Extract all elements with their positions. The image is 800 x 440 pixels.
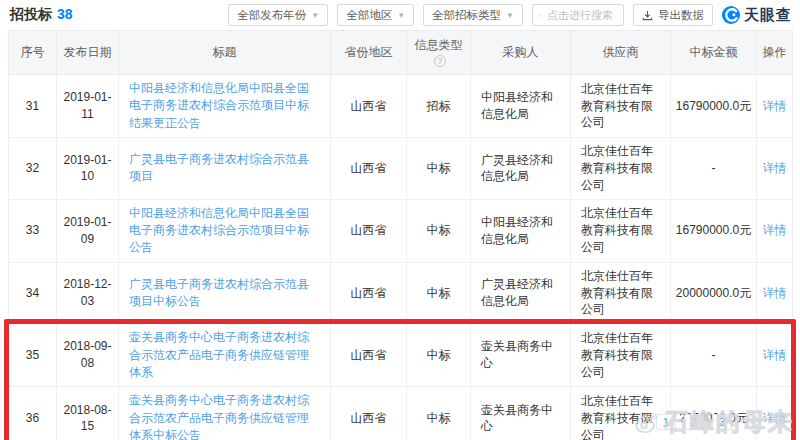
col-header-supplier: 供应商: [571, 31, 671, 75]
filter-controls: 全部发布年份 ▼ 全部地区 ▼ 全部招标类型 ▼ 导出数据 天眼查: [228, 4, 792, 26]
cell-type: 中标: [407, 387, 471, 440]
cell-action: 详情: [757, 262, 793, 323]
col-header-title: 标题: [119, 31, 331, 75]
detail-link[interactable]: 详情: [763, 411, 787, 425]
year-filter-dropdown[interactable]: 全部发布年份 ▼: [228, 4, 328, 26]
cell-no: 34: [9, 262, 57, 323]
cell-date: 2019-01-10: [57, 138, 119, 199]
cell-province: 山西省: [331, 199, 407, 262]
section-title-wrap: 招投标 38: [10, 6, 73, 24]
region-filter-dropdown[interactable]: 全部地区 ▼: [337, 4, 414, 26]
cell-title: 壶关县商务中心电子商务进农村综合示范农产品电子商务供应链管理体系中标公告: [119, 387, 331, 440]
row-title-link[interactable]: 中阳县经济和信息化局中阳县全国电子商务进农村综合示范项目中标公告: [129, 206, 309, 255]
bidding-page: 招投标 38 全部发布年份 ▼ 全部地区 ▼ 全部招标类型 ▼ 导出数据: [0, 0, 800, 440]
cell-no: 32: [9, 138, 57, 199]
table-row: 322019-01-10广灵县电子商务进农村综合示范县项目山西省中标广灵县经济和…: [9, 138, 793, 199]
row-title-link[interactable]: 广灵县电子商务进农村综合示范县项目: [129, 152, 309, 183]
table-body: 312019-01-11中阳县经济和信息化局中阳县全国电子商务进农村综合示范项目…: [9, 75, 793, 440]
pagination: 1 2 3: [656, 414, 732, 430]
page-number-1[interactable]: 1: [656, 414, 676, 430]
detail-link[interactable]: 详情: [763, 161, 787, 175]
export-data-button[interactable]: 导出数据: [633, 4, 713, 26]
cell-province: 山西省: [331, 324, 407, 387]
cell-province: 山西省: [331, 262, 407, 323]
col-header-date: 发布日期: [57, 31, 119, 75]
cell-title: 壶关县商务中心电子商务进农村综合示范农产品电子商务供应链管理体系: [119, 324, 331, 387]
col-header-action: 操作: [757, 31, 793, 75]
cell-supplier: 北京佳仕百年教育科技有限公司: [571, 324, 671, 387]
cell-buyer: 中阳县经济和信息化局: [471, 75, 571, 138]
cell-date: 2018-08-15: [57, 387, 119, 440]
table-row: 312019-01-11中阳县经济和信息化局中阳县全国电子商务进农村综合示范项目…: [9, 75, 793, 138]
toolbar: 招投标 38 全部发布年份 ▼ 全部地区 ▼ 全部招标类型 ▼ 导出数据: [0, 0, 800, 30]
cell-no: 36: [9, 387, 57, 440]
cell-buyer: 壶关县商务中心: [471, 387, 571, 440]
search-icon: [539, 10, 543, 21]
cell-supplier: 北京佳仕百年教育科技有限公司: [571, 199, 671, 262]
cell-supplier: 北京佳仕百年教育科技有限公司: [571, 75, 671, 138]
bidding-table: 序号 发布日期 标题 省份地区 信息类型? 采购人 供应商 中标金额 操作 31…: [8, 30, 793, 440]
cell-action: 详情: [757, 138, 793, 199]
row-title-link[interactable]: 壶关县商务中心电子商务进农村综合示范农产品电子商务供应链管理体系: [129, 330, 309, 379]
cell-date: 2018-12-03: [57, 262, 119, 323]
cell-buyer: 中阳县经济和信息化局: [471, 199, 571, 262]
year-filter-label: 全部发布年份: [237, 8, 306, 23]
cell-no: 31: [9, 75, 57, 138]
chevron-down-icon: ▼: [506, 11, 514, 20]
cell-action: 详情: [757, 387, 793, 440]
cell-province: 山西省: [331, 75, 407, 138]
cell-buyer: 壶关县商务中心: [471, 324, 571, 387]
cell-type: 中标: [407, 199, 471, 262]
table-row: 332019-01-09中阳县经济和信息化局中阳县全国电子商务进农村综合示范项目…: [9, 199, 793, 262]
detail-link[interactable]: 详情: [763, 348, 787, 362]
result-count: 38: [57, 6, 73, 22]
cell-buyer: 广灵县经济和信息化局: [471, 138, 571, 199]
cell-province: 山西省: [331, 138, 407, 199]
col-header-buyer: 采购人: [471, 31, 571, 75]
row-title-link[interactable]: 中阳县经济和信息化局中阳县全国电子商务进农村综合示范项目中标结果更正公告: [129, 81, 309, 130]
col-header-type-label: 信息类型: [415, 38, 463, 52]
cell-amount: 16790000.0元: [671, 75, 757, 138]
cell-amount: -: [671, 324, 757, 387]
cell-amount: 16790000.0元: [671, 199, 757, 262]
chevron-down-icon: ▼: [311, 11, 319, 20]
table-row: 342018-12-03广灵县电子商务进农村综合示范县项目中标公告山西省中标广灵…: [9, 262, 793, 323]
region-filter-label: 全部地区: [346, 8, 392, 23]
help-icon[interactable]: ?: [434, 55, 446, 67]
col-header-amount: 中标金额: [671, 31, 757, 75]
export-data-label: 导出数据: [658, 8, 704, 23]
cell-type: 招标: [407, 75, 471, 138]
type-filter-label: 全部招标类型: [432, 8, 501, 23]
cell-date: 2019-01-09: [57, 199, 119, 262]
col-header-type: 信息类型?: [407, 31, 471, 75]
brand-name: 天眼查: [744, 6, 792, 25]
row-title-link[interactable]: 壶关县商务中心电子商务进农村综合示范农产品电子商务供应链管理体系中标公告: [129, 393, 309, 440]
cell-supplier: 北京佳仕百年教育科技有限公司: [571, 138, 671, 199]
search-input[interactable]: [547, 9, 617, 21]
cell-date: 2019-01-11: [57, 75, 119, 138]
cell-no: 35: [9, 324, 57, 387]
cell-title: 广灵县电子商务进农村综合示范县项目中标公告: [119, 262, 331, 323]
page-number-3[interactable]: 3: [712, 414, 732, 430]
tianyancha-eye-icon: [722, 6, 740, 24]
download-icon: [642, 10, 653, 21]
cell-action: 详情: [757, 324, 793, 387]
cell-type: 中标: [407, 324, 471, 387]
brand-logo: 天眼查: [722, 6, 792, 25]
col-header-province: 省份地区: [331, 31, 407, 75]
table-header: 序号 发布日期 标题 省份地区 信息类型? 采购人 供应商 中标金额 操作: [9, 31, 793, 75]
chevron-down-icon: ▼: [397, 11, 405, 20]
detail-link[interactable]: 详情: [763, 99, 787, 113]
table-row: 352018-09-08壶关县商务中心电子商务进农村综合示范农产品电子商务供应链…: [9, 324, 793, 387]
detail-link[interactable]: 详情: [763, 286, 787, 300]
row-title-link[interactable]: 广灵县电子商务进农村综合示范县项目中标公告: [129, 277, 309, 308]
cell-type: 中标: [407, 138, 471, 199]
search-box[interactable]: [532, 4, 624, 26]
page-title: 招投标: [10, 6, 52, 24]
cell-title: 中阳县经济和信息化局中阳县全国电子商务进农村综合示范项目中标结果更正公告: [119, 75, 331, 138]
page-number-2[interactable]: 2: [684, 414, 704, 430]
col-header-no: 序号: [9, 31, 57, 75]
type-filter-dropdown[interactable]: 全部招标类型 ▼: [423, 4, 523, 26]
cell-title: 广灵县电子商务进农村综合示范县项目: [119, 138, 331, 199]
detail-link[interactable]: 详情: [763, 223, 787, 237]
